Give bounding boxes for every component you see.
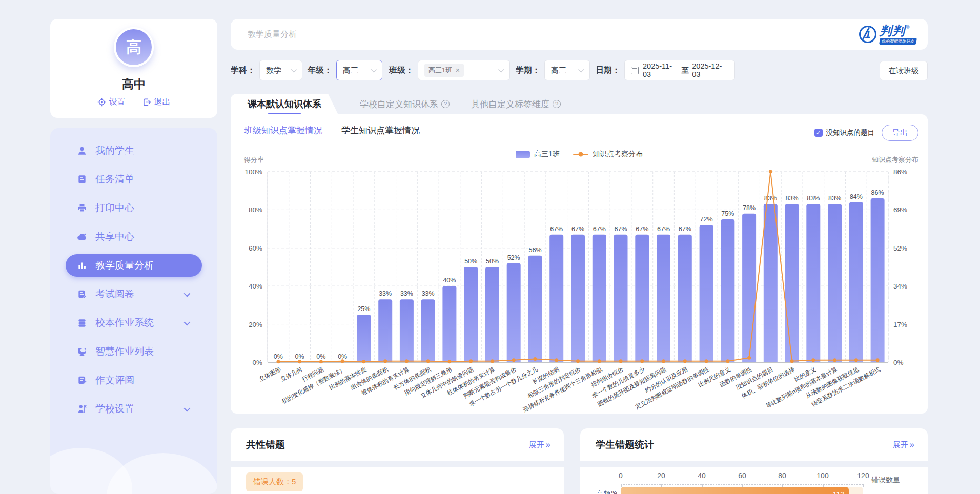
line-point — [383, 359, 387, 363]
line-point — [640, 359, 644, 363]
chevron-down-icon — [371, 67, 376, 72]
error-count-axis-label: 错误数量 — [871, 476, 900, 485]
x-tick: 80 — [778, 471, 786, 480]
filter-bar: 学科： 数学 年级： 高三 班级： 高三1班 ✕ 学期： — [231, 60, 928, 83]
expand-student-error-stats[interactable]: 展开 » — [893, 440, 914, 450]
svg-text:50%: 50% — [464, 258, 477, 265]
no-knowledge-point-checkbox[interactable]: ✓ 没知识点的题目 — [814, 128, 875, 137]
export-button[interactable]: 导出 — [882, 125, 918, 141]
chevron-down-icon — [498, 67, 504, 72]
sidebar-item-essay-review[interactable]: 作文评阅 — [50, 366, 217, 395]
subject-label: 学科： — [231, 65, 255, 76]
sidebar-item-print-center[interactable]: 打印中心 — [50, 194, 217, 222]
brand-name: 判判 — [880, 25, 905, 37]
grade-label: 年级： — [308, 65, 332, 76]
line-point — [576, 359, 580, 363]
student-error-stats-body: 020406080100120错误数量高频题113 — [580, 467, 928, 494]
page-title: 教学质量分析 — [248, 29, 297, 40]
help-icon[interactable]: ? — [553, 100, 561, 108]
brand-logo: 1 判判 ® 你的智能批改好友 — [859, 25, 916, 45]
sidebar-item-share-center[interactable]: 共享中心 — [50, 222, 217, 251]
reading-class-button[interactable]: 在读班级 — [880, 61, 928, 80]
class-tag: 高三1班 ✕ — [424, 64, 464, 77]
sidebar-item-my-students[interactable]: 我的学生 — [50, 136, 217, 165]
line-point — [833, 358, 836, 362]
sidebar-item-exam-marking[interactable]: 考试阅卷 — [50, 280, 217, 308]
profile-actions: 设置 退出 — [50, 97, 217, 108]
sidebar-item-school-settings[interactable]: 学校设置 — [50, 395, 217, 423]
date-range-picker[interactable]: 2025-11-03 至 2025-12-03 — [624, 60, 735, 80]
svg-text:20%: 20% — [249, 321, 262, 328]
cloud-decoration — [107, 453, 217, 494]
calendar-icon — [631, 67, 639, 74]
double-arrow-icon: » — [546, 440, 550, 450]
bar — [764, 204, 778, 362]
common-wrong-questions-title: 共性错题 — [246, 438, 285, 451]
bar — [507, 263, 521, 362]
sidebar-item-label: 作文评阅 — [95, 374, 134, 387]
line-point — [619, 359, 623, 363]
subnav: 班级知识点掌握情况 学生知识点掌握情况 — [244, 125, 420, 136]
svg-text:100%: 100% — [244, 168, 262, 176]
close-icon[interactable]: ✕ — [455, 67, 460, 74]
svg-text:52%: 52% — [893, 244, 907, 252]
sidebar-item-label: 打印中心 — [95, 201, 134, 215]
svg-text:69%: 69% — [893, 206, 907, 214]
bar — [678, 235, 692, 362]
svg-text:83%: 83% — [764, 195, 777, 202]
subnav-class-view[interactable]: 班级知识点掌握情况 — [244, 125, 322, 136]
svg-text:83%: 83% — [807, 195, 820, 202]
brand-tagline: 你的智能批改好友 — [879, 38, 917, 45]
line-point — [319, 360, 323, 363]
printer-icon — [77, 203, 87, 213]
subnav-student-view[interactable]: 学生知识点掌握情况 — [341, 125, 420, 136]
line-point — [854, 358, 858, 362]
error-bar[interactable]: 113 — [621, 487, 849, 494]
sidebar-item-teaching-quality-analysis[interactable]: 教学质量分析 — [66, 254, 202, 277]
bar — [721, 219, 734, 362]
svg-text:75%: 75% — [721, 210, 734, 217]
expand-common-wrong-questions[interactable]: 展开 » — [529, 440, 550, 450]
divider — [134, 98, 134, 107]
bar — [657, 235, 670, 362]
sidebar-item-label: 我的学生 — [95, 144, 134, 157]
sidebar-item-smart-homework-list[interactable]: 智慧作业列表 — [50, 337, 217, 366]
sidebar-item-school-homework-system[interactable]: 校本作业系统 — [50, 308, 217, 337]
svg-text:0%: 0% — [316, 353, 325, 360]
bar — [442, 286, 456, 362]
divider — [332, 126, 332, 135]
bar — [400, 299, 414, 362]
tab-textbook-knowledge[interactable]: 课本默认知识体系 — [231, 98, 338, 110]
help-icon[interactable]: ? — [441, 100, 450, 108]
tab-school-custom-knowledge[interactable]: 学校自定义知识体系 ? — [360, 98, 450, 110]
common-wrong-questions-body: 错误人数：5 — [231, 467, 564, 494]
line-point — [555, 358, 558, 362]
app-root: 高 高中 设置 — [0, 0, 980, 494]
class-multiselect[interactable]: 高三1班 ✕ — [418, 60, 510, 80]
sidebar-item-label: 校本作业系统 — [95, 316, 154, 330]
bar — [828, 204, 842, 362]
chevron-down-icon — [184, 405, 191, 411]
svg-text:67%: 67% — [550, 225, 563, 233]
line-point — [362, 360, 365, 363]
subject-select[interactable]: 数学 — [259, 60, 302, 80]
svg-text:立体几何: 立体几何 — [279, 366, 303, 382]
chevron-down-icon — [578, 67, 584, 72]
date-label: 日期： — [596, 65, 620, 76]
bar — [849, 202, 863, 363]
grade-select[interactable]: 高三 — [336, 60, 382, 80]
semester-select[interactable]: 高三 — [544, 60, 590, 80]
tab-other-custom-tags[interactable]: 其他自定义标签维度 ? — [471, 98, 561, 110]
bar — [742, 214, 756, 362]
svg-text:72%: 72% — [700, 216, 713, 223]
line-point — [426, 359, 430, 363]
bar — [700, 225, 713, 362]
x-tick: 120 — [857, 471, 869, 480]
sidebar-item-task-list[interactable]: 任务清单 — [50, 165, 217, 194]
logout-button[interactable]: 退出 — [142, 97, 171, 108]
date-separator: 至 — [682, 66, 689, 75]
sidebar-item-label: 教学质量分析 — [95, 259, 154, 272]
svg-text:17%: 17% — [893, 321, 907, 328]
date-end: 2025-12-03 — [692, 62, 728, 78]
settings-button[interactable]: 设置 — [97, 97, 126, 108]
